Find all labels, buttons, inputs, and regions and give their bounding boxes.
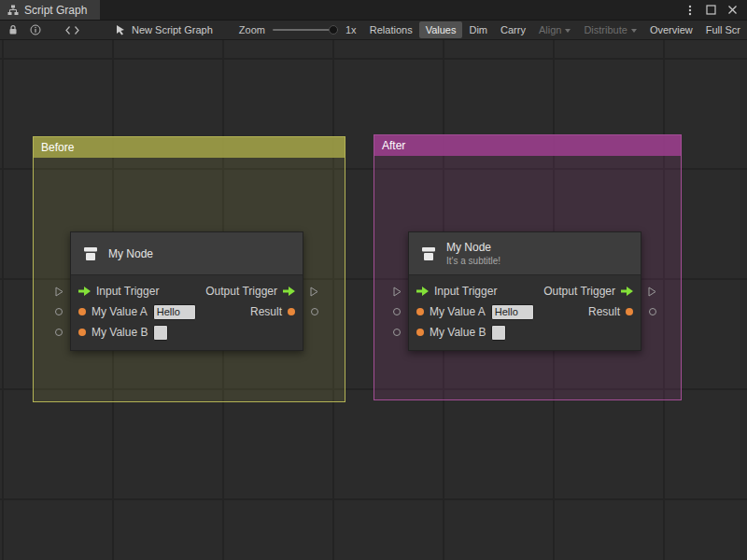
port-row-value-b: My Value B [71,322,303,343]
group-title: After [382,139,405,152]
info-icon[interactable] [30,24,41,35]
node-body: Input Trigger Output Trigger My Value A … [409,275,641,350]
output-trigger-port-icon[interactable] [621,287,633,296]
result-label: Result [250,305,282,318]
result-connector[interactable] [311,308,318,315]
node-header[interactable]: My Node It's a subtitle! [409,232,641,275]
value-b-port-icon[interactable] [78,329,86,336]
input-trigger-label: Input Trigger [434,285,497,298]
menu-icon[interactable] [685,5,695,16]
zoom-value: 1x [345,24,357,35]
node-header[interactable]: My Node [71,232,303,275]
graph-cursor-icon [115,24,126,35]
group-after-header[interactable]: After [374,135,681,156]
distribute-label: Distribute [584,24,627,35]
value-b-port-icon[interactable] [416,329,424,336]
unit-box-icon [81,245,100,262]
value-a-input[interactable] [491,304,534,320]
group-title: Before [41,141,74,154]
titlebar: Script Graph [0,0,747,21]
value-b-connector[interactable] [55,329,63,336]
value-b-label: My Value B [92,326,148,339]
node-titles: My Node It's a subtitle! [446,241,500,266]
input-trigger-connector[interactable] [393,287,402,297]
value-a-connector[interactable] [55,308,63,315]
zoom-slider-knob[interactable] [329,25,338,35]
input-trigger-connector[interactable] [55,287,63,297]
overview-button[interactable]: Overview [643,21,699,38]
output-trigger-connector[interactable] [648,287,656,297]
port-row-triggers: Input Trigger Output Trigger [409,281,641,301]
value-a-label: My Value A [430,305,486,318]
unit-box-icon [419,245,438,262]
value-b-label: My Value B [430,326,486,339]
toolbar-buttons: Relations Values Dim Carry Align Distrib… [363,21,747,38]
port-row-value-a: My Value A Result [409,301,641,322]
chevron-down-icon [631,29,637,33]
graph-name-button[interactable]: New Script Graph [115,24,213,35]
port-row-value-a: My Value A Result [71,301,303,322]
group-before-header[interactable]: Before [34,137,345,158]
node-subtitle: It's a subtitle! [446,256,500,266]
lock-icon[interactable] [7,24,19,35]
graph-toolbar: New Script Graph Zoom 1x Relations Value… [0,21,747,40]
node-my-node-before[interactable]: My Node Input Trigger Output Trigger [70,231,303,351]
graph-name-label: New Script Graph [132,24,213,35]
node-title: My Node [108,247,153,260]
carry-button[interactable]: Carry [494,21,532,38]
align-dropdown: Align [532,21,577,38]
tab-script-graph[interactable]: Script Graph [0,0,100,20]
distribute-dropdown: Distribute [577,21,642,38]
value-a-connector[interactable] [393,308,401,315]
node-body: Input Trigger Output Trigger My Value A … [71,275,303,350]
node-my-node-after[interactable]: My Node It's a subtitle! Input Trigger O… [408,231,641,351]
code-brackets-icon[interactable] [65,25,79,35]
tab-label: Script Graph [24,4,87,17]
value-b-input[interactable] [491,325,506,341]
align-label: Align [539,24,561,35]
chevron-down-icon [565,29,571,33]
value-a-label: My Value A [92,305,148,318]
close-icon[interactable] [727,5,738,15]
dim-button[interactable]: Dim [462,21,494,38]
output-trigger-label: Output Trigger [543,285,615,298]
value-a-port-icon[interactable] [416,308,424,315]
input-trigger-port-icon[interactable] [78,287,91,296]
result-port-icon[interactable] [626,308,633,315]
zoom-control: Zoom 1x [239,24,357,35]
result-port-icon[interactable] [288,308,295,315]
maximize-icon[interactable] [706,5,716,15]
fullscreen-button[interactable]: Full Scr [699,21,747,38]
graph-canvas[interactable]: Before After My Node Input Tr [0,40,747,560]
output-trigger-connector[interactable] [310,287,318,297]
value-a-port-icon[interactable] [78,308,86,315]
port-row-triggers: Input Trigger Output Trigger [71,281,303,301]
port-row-value-b: My Value B [409,322,641,343]
node-title: My Node [446,241,500,254]
zoom-label: Zoom [239,24,265,35]
value-b-connector[interactable] [393,329,401,336]
output-trigger-label: Output Trigger [205,285,277,298]
result-connector[interactable] [649,308,656,315]
input-trigger-label: Input Trigger [96,285,159,298]
graph-icon [7,5,19,16]
value-b-input[interactable] [153,325,168,341]
result-label: Result [588,305,620,318]
window-controls [685,0,747,20]
values-button[interactable]: Values [419,21,463,38]
zoom-slider[interactable] [273,29,338,31]
node-titles: My Node [108,247,153,260]
relations-button[interactable]: Relations [363,21,419,38]
value-a-input[interactable] [153,304,196,320]
output-trigger-port-icon[interactable] [283,287,295,296]
input-trigger-port-icon[interactable] [416,287,429,296]
